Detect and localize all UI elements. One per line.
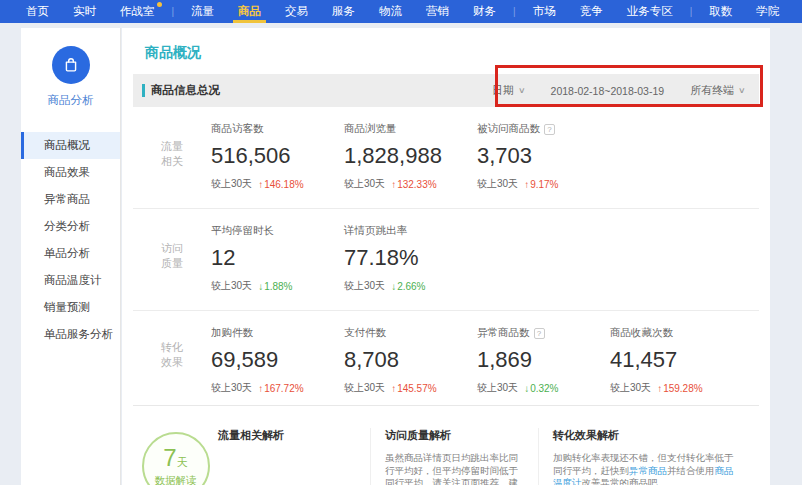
compare-percent: 0.32% <box>530 383 558 394</box>
nav-item-label: 实时 <box>73 4 96 19</box>
nav-item-1[interactable]: 实时 <box>61 0 108 23</box>
down-arrow-icon: ↓ <box>524 383 529 394</box>
screen: 首页实时作战室|流量商品交易服务物流营销财务|市场竞争业务专区|取数学院 商品分… <box>0 0 802 485</box>
section-title: 商品信息总况 <box>142 83 220 98</box>
sidebar-menu: 商品概况商品效果异常商品分类分析单品分析商品温度计销量预测单品服务分析 <box>21 132 120 348</box>
badge-caption: 数据解读 <box>144 474 208 485</box>
section-bar: 商品信息总况 日期 ∨ 2018-02-18~2018-03-19 所有终端 ∨ <box>133 74 759 107</box>
nav-item-14[interactable]: 业务专区 <box>615 0 685 23</box>
compare-percent: 159.28% <box>663 383 702 394</box>
section-title-text: 商品信息总况 <box>151 83 220 98</box>
sidebar-item-0[interactable]: 商品概况 <box>21 132 120 159</box>
metric-row-1: 流量相关商品访客数516,506较上30天↑146.18%商品浏览量1,828,… <box>133 107 759 208</box>
section-accent-bar <box>142 84 145 97</box>
sidebar-item-label: 单品服务分析 <box>44 328 113 340</box>
compare-percent: 9.17% <box>530 179 558 190</box>
metric-title-text: 商品收藏次数 <box>610 326 673 340</box>
metric-value: 8,708 <box>344 347 477 373</box>
help-icon[interactable]: ? <box>544 124 555 135</box>
top-nav: 首页实时作战室|流量商品交易服务物流营销财务|市场竞争业务专区|取数学院 <box>0 0 802 23</box>
nav-item-label: 物流 <box>379 4 402 19</box>
compare-label: 较上30天 <box>477 381 518 395</box>
group-label-line: 访问 <box>161 241 183 256</box>
insight-text-segment: 并结合使用 <box>667 465 715 476</box>
insight-link[interactable]: 异常商品 <box>629 465 667 476</box>
main-panel: 商品概况 商品信息总况 日期 ∨ 2018-02-18~2018-03-19 所… <box>122 28 770 485</box>
nav-item-6[interactable]: 交易 <box>273 0 320 23</box>
nav-item-10[interactable]: 财务 <box>461 0 508 23</box>
metric-compare: 较上30天↑146.18% <box>211 177 344 191</box>
sidebar-item-7[interactable]: 单品服务分析 <box>21 321 120 348</box>
nav-item-label: 竞争 <box>580 4 603 19</box>
up-arrow-icon: ↑ <box>258 179 263 190</box>
nav-item-17[interactable]: 学院 <box>744 0 791 23</box>
down-arrow-icon: ↓ <box>258 281 263 292</box>
notification-dot-icon <box>157 2 162 7</box>
insight-column-title: 流量相关解析 <box>218 428 356 443</box>
nav-item-16[interactable]: 取数 <box>697 0 744 23</box>
sidebar-item-2[interactable]: 异常商品 <box>21 186 120 213</box>
sidebar-item-5[interactable]: 商品温度计 <box>21 267 120 294</box>
up-arrow-icon: ↑ <box>391 179 396 190</box>
date-type-dropdown[interactable]: 日期 ∨ <box>492 83 525 98</box>
metric-title: 平均停留时长 <box>211 224 344 238</box>
nav-item-4[interactable]: 流量 <box>179 0 226 23</box>
metric-title: 支付件数 <box>344 326 477 340</box>
insight-text: 虽然商品详情页日均跳出率比同行平均好，但平均停留时间低于同行平均，请关注页面推荐… <box>385 452 524 485</box>
nav-item-2[interactable]: 作战室 <box>108 0 167 23</box>
compare-label: 较上30天 <box>344 279 385 293</box>
date-range-picker[interactable]: 2018-02-18~2018-03-19 <box>551 85 665 97</box>
help-icon[interactable]: ? <box>534 328 545 339</box>
metric-compare: 较上30天↓0.32% <box>477 381 610 395</box>
metric-compare: 较上30天↑132.33% <box>344 177 477 191</box>
nav-item-13[interactable]: 竞争 <box>568 0 615 23</box>
up-arrow-icon: ↑ <box>391 383 396 394</box>
sidebar-item-label: 分类分析 <box>44 220 90 232</box>
nav-item-8[interactable]: 物流 <box>367 0 414 23</box>
page-title: 商品概况 <box>122 28 770 62</box>
compare-percent: 132.33% <box>397 179 436 190</box>
metric-card: 商品收藏次数41,457较上30天↑159.28% <box>610 326 743 405</box>
sidebar-item-3[interactable]: 分类分析 <box>21 213 120 240</box>
metric-value: 69,589 <box>211 347 344 373</box>
insight-column-title: 转化效果解析 <box>553 428 742 443</box>
metric-value: 1,828,988 <box>344 143 477 169</box>
sidebar-item-label: 商品概况 <box>44 139 90 151</box>
insight-text-segment: 虽然商品详情页日均跳出率比同行平均好，但平均停留时间低于同行平均，请关注页面推荐… <box>385 452 518 485</box>
metric-title: 异常商品数? <box>477 326 610 340</box>
nav-item-12[interactable]: 市场 <box>521 0 568 23</box>
nav-item-7[interactable]: 服务 <box>320 0 367 23</box>
compare-label: 较上30天 <box>211 381 252 395</box>
sidebar-item-1[interactable]: 商品效果 <box>21 159 120 186</box>
metric-title-text: 异常商品数 <box>477 326 530 340</box>
group-label-line: 转化 <box>161 340 183 355</box>
nav-item-5[interactable]: 商品 <box>226 0 273 23</box>
compare-label: 较上30天 <box>344 381 385 395</box>
metric-card: 商品浏览量1,828,988较上30天↑132.33% <box>344 122 477 208</box>
nav-item-label: 取数 <box>709 4 732 19</box>
terminal-dropdown[interactable]: 所有终端 ∨ <box>690 83 745 98</box>
sidebar-item-label: 销量预测 <box>44 301 90 313</box>
sidebar-item-label: 商品温度计 <box>44 274 102 286</box>
nav-item-label: 流量 <box>191 4 214 19</box>
metric-value: 41,457 <box>610 347 743 373</box>
metric-title-text: 平均停留时长 <box>211 224 274 238</box>
data-insight-badge: 7天 数据解读 <box>142 432 210 485</box>
nav-divider: | <box>685 0 698 23</box>
metric-title-text: 支付件数 <box>344 326 386 340</box>
sidebar-group-label: 商品分析 <box>21 93 120 108</box>
sidebar-item-label: 单品分析 <box>44 247 90 259</box>
nav-item-9[interactable]: 营销 <box>414 0 461 23</box>
nav-item-label: 商品 <box>238 4 261 19</box>
sidebar-item-label: 商品效果 <box>44 166 90 178</box>
sidebar-item-6[interactable]: 销量预测 <box>21 294 120 321</box>
sidebar-item-4[interactable]: 单品分析 <box>21 240 120 267</box>
insight-columns: 流量相关解析访问质量解析虽然商品详情页日均跳出率比同行平均好，但平均停留时间低于… <box>218 428 756 485</box>
insight-column-3: 转化效果解析加购转化率表现还不错，但支付转化率低于同行平均，赶快到异常商品并结合… <box>538 428 756 485</box>
nav-item-0[interactable]: 首页 <box>14 0 61 23</box>
badge-unit: 天 <box>177 456 188 468</box>
metric-row-2: 访问质量平均停留时长12较上30天↓1.88%详情页跳出率77.18%较上30天… <box>133 208 759 310</box>
metric-compare: 较上30天↓1.88% <box>211 279 344 293</box>
nav-divider: | <box>508 0 521 23</box>
metric-card: 支付件数8,708较上30天↑145.57% <box>344 326 477 405</box>
